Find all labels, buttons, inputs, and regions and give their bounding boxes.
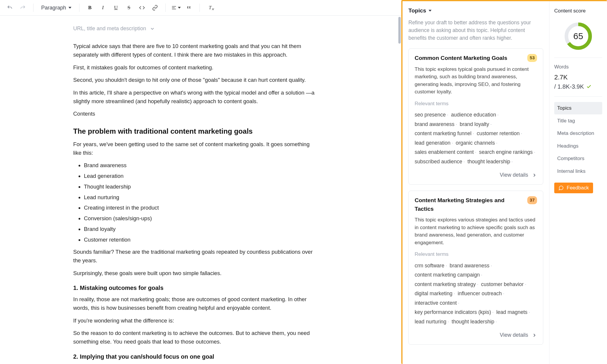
code-icon xyxy=(139,5,145,11)
align-button[interactable] xyxy=(170,2,182,13)
score-ring: 65 xyxy=(564,22,592,50)
term: content marketing funnel xyxy=(415,130,472,136)
feedback-button[interactable]: Feedback xyxy=(554,183,593,193)
undo-icon xyxy=(7,5,13,11)
topic-description: This topic explores various strategies a… xyxy=(415,216,537,246)
paragraph: Contents xyxy=(73,110,319,118)
term: lead magnets xyxy=(496,309,527,315)
strikethrough-button[interactable]: S xyxy=(123,2,135,13)
term: content marketing strategy xyxy=(415,281,476,287)
view-details-link[interactable]: View details xyxy=(415,171,537,179)
content-score-label: Content score xyxy=(554,7,602,15)
paragraph: So the reason to do content marketing is… xyxy=(73,329,319,346)
paragraph: Sounds familiar? These are the tradition… xyxy=(73,248,319,265)
caret-down-icon xyxy=(429,10,432,12)
words-range: / 1.8K-3.9K xyxy=(554,82,584,91)
list-item: Brand awareness xyxy=(84,161,319,170)
words-count: 2.7K xyxy=(554,72,602,82)
list-item: Lead generation xyxy=(84,172,319,180)
term: content marketing campaign xyxy=(415,272,480,278)
term: brand awareness xyxy=(415,121,454,127)
check-icon xyxy=(586,84,592,89)
term: influencer outreach xyxy=(458,290,502,296)
clear-format-button[interactable]: T✕ xyxy=(205,2,216,13)
topics-header-label: Topics xyxy=(408,7,426,15)
topic-card: Common Content Marketing Goals53This top… xyxy=(408,48,543,185)
redo-icon xyxy=(20,5,26,11)
feedback-icon xyxy=(558,185,564,191)
quote-icon xyxy=(186,5,192,11)
italic-button[interactable]: I xyxy=(97,2,108,13)
terms-list: seo presence· audience education· brand … xyxy=(415,110,537,166)
toolbar-separator xyxy=(33,4,33,12)
score-nav-item[interactable]: Meta description xyxy=(554,127,602,140)
score-nav-item[interactable]: Title tag xyxy=(554,115,602,127)
view-details-link[interactable]: View details xyxy=(415,331,537,339)
editor-toolbar: Paragraph B I U S T✕ xyxy=(0,0,401,16)
topics-dropdown[interactable]: Topics xyxy=(408,7,543,15)
bullet-list: Brand awareness Lead generation Thought … xyxy=(73,161,319,244)
align-icon xyxy=(171,5,177,10)
list-item: Brand loyalty xyxy=(84,225,319,233)
caret-down-icon xyxy=(68,7,71,9)
term: thought leadership xyxy=(467,159,510,165)
score-nav-item[interactable]: Competitors xyxy=(554,152,602,165)
meta-label: URL, title and meta description xyxy=(73,25,146,33)
paragraph: First, it mistakes goals for outcomes of… xyxy=(73,63,319,72)
relevant-terms-label: Relevant terms xyxy=(415,250,537,258)
topic-card: Content Marketing Strategies and Tactics… xyxy=(408,191,543,345)
bold-button[interactable]: B xyxy=(84,2,95,13)
editor-scrollbar[interactable] xyxy=(398,16,401,364)
paragraph: Surprisingly, these goals were built upo… xyxy=(73,269,319,278)
term: lead nurturing xyxy=(415,319,446,325)
words-label: Words xyxy=(554,63,602,71)
term: brand awareness xyxy=(450,263,489,269)
topics-description: Refine your draft to better address the … xyxy=(408,19,543,42)
redo-button[interactable] xyxy=(17,2,28,13)
score-nav-item[interactable]: Internal links xyxy=(554,165,602,178)
toolbar-separator xyxy=(165,4,166,12)
score-panel: Content score 65 Words 2.7K / 1.8K-3.9K xyxy=(549,1,607,364)
undo-button[interactable] xyxy=(4,2,15,13)
score-nav-item[interactable]: Headings xyxy=(554,140,602,152)
link-button[interactable] xyxy=(149,2,161,13)
meta-expand[interactable]: URL, title and meta description xyxy=(73,25,319,33)
term: subscribed audience xyxy=(415,159,462,165)
term: organic channels xyxy=(456,140,495,146)
term: customer retention xyxy=(477,130,520,136)
terms-list: crm software· brand awareness· content m… xyxy=(415,261,537,327)
clear-format-icon: T✕ xyxy=(209,5,211,11)
toolbar-separator xyxy=(199,4,200,12)
topic-title: Content Marketing Strategies and Tactics xyxy=(415,196,524,213)
heading-3: 1. Mistaking outcomes for goals xyxy=(73,283,319,292)
term: audience education xyxy=(451,112,496,118)
term: interactive content xyxy=(415,300,457,306)
score-nav: TopicsTitle tagMeta descriptionHeadingsC… xyxy=(554,102,602,177)
term: thought leadership xyxy=(452,319,494,325)
link-icon xyxy=(152,5,158,11)
paragraph: For years, we've been getting used to th… xyxy=(73,140,319,157)
chevron-right-icon xyxy=(532,333,537,338)
term: lead generation xyxy=(415,140,451,146)
heading-2: The problem with traditional content mar… xyxy=(73,126,319,137)
document-body[interactable]: Typical advice says that there are five … xyxy=(73,42,319,361)
topic-title: Common Content Marketing Goals xyxy=(415,54,507,63)
underline-button[interactable]: U xyxy=(110,2,122,13)
view-details-label: View details xyxy=(500,171,528,179)
term: customer behavior xyxy=(481,281,524,287)
list-item: Customer retention xyxy=(84,236,319,244)
paragraph: If you're wondering what the difference … xyxy=(73,317,319,325)
paragraph: In this article, I'll share a perspectiv… xyxy=(73,89,319,106)
blockquote-button[interactable] xyxy=(183,2,195,13)
block-style-select[interactable]: Paragraph xyxy=(38,2,74,14)
code-button[interactable] xyxy=(136,2,148,13)
topics-panel: Topics Refine your draft to better addre… xyxy=(402,1,549,364)
relevant-terms-label: Relevant terms xyxy=(415,100,537,108)
topic-score-badge: 37 xyxy=(527,196,537,204)
score-nav-item[interactable]: Topics xyxy=(554,102,602,114)
block-style-label: Paragraph xyxy=(41,4,66,12)
topic-score-badge: 53 xyxy=(527,54,537,62)
list-item: Thought leadership xyxy=(84,183,319,191)
term: search engine rankings xyxy=(479,149,533,155)
toolbar-separator xyxy=(79,4,79,12)
